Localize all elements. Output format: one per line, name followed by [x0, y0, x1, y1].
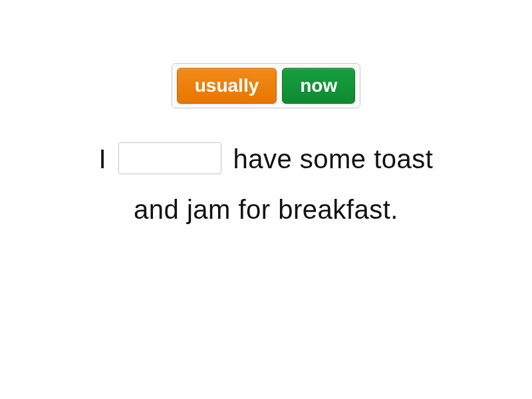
blank-slot[interactable] [118, 142, 221, 174]
option-usually-button[interactable]: usually [177, 68, 277, 104]
options-container: usually now [172, 63, 360, 108]
option-now-button[interactable]: now [282, 68, 355, 104]
sentence-text: I have some toast and jam for breakfast. [99, 134, 434, 235]
sentence-before: I [99, 144, 107, 174]
sentence-after-line1: have some toast [233, 144, 433, 174]
sentence-line2: and jam for breakfast. [134, 195, 398, 224]
